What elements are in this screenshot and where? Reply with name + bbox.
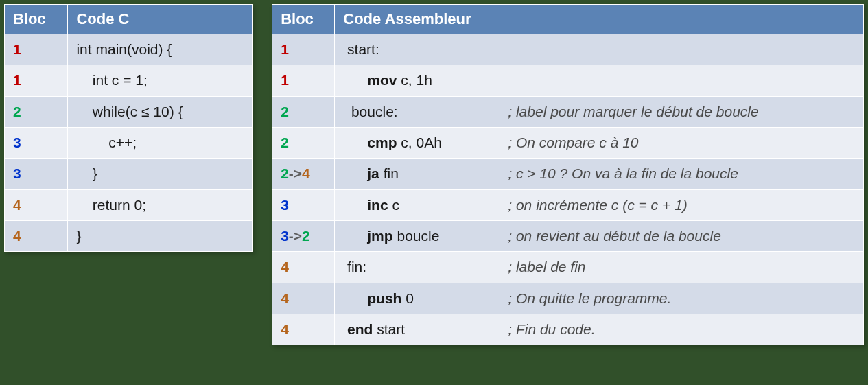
code-cell: fin:; label de fin: [335, 252, 864, 283]
bloc-seg: 3: [281, 228, 289, 244]
table-row: 1 mov c, 1h: [272, 65, 864, 96]
code-text: c: [388, 197, 399, 213]
table-row: 3->2 jmp boucle; on revient au début de …: [272, 221, 864, 252]
code-cell: end start; Fin du code.: [335, 314, 864, 345]
code-cell: while(c ≤ 10) {: [68, 96, 253, 127]
code-text: int c = 1;: [93, 72, 148, 88]
code-cell: mov c, 1h: [335, 65, 864, 96]
code-text: int main(void) {: [76, 41, 172, 57]
code-cell: inc c; on incrémente c (c = c + 1): [335, 189, 864, 220]
asm-line: start:: [343, 40, 855, 59]
bloc-seg: 4: [13, 197, 21, 213]
code-cell: ja fin; c > 10 ? On va à la fin de la bo…: [335, 159, 864, 189]
table-row: 2->4 ja fin; c > 10 ? On va à la fin de …: [272, 159, 864, 189]
table-row: 1int main(void) {: [5, 34, 253, 65]
asm-comment: ; on revient au début de la boucle: [508, 226, 855, 246]
bloc-seg: 2: [281, 165, 289, 181]
bloc-seg: 4: [281, 259, 289, 275]
bloc-cell: 4: [272, 283, 335, 314]
asm-comment: [508, 40, 855, 59]
bloc-seg: 3: [281, 197, 289, 213]
code-cell: int main(void) {: [68, 34, 253, 65]
code-text: while(c ≤ 10) {: [93, 104, 183, 119]
bloc-seg: ->: [289, 228, 302, 244]
code-text: boucle: [393, 228, 440, 244]
bloc-seg: 4: [302, 165, 310, 181]
bloc-seg: 4: [13, 228, 21, 244]
asm-line: mov c, 1h: [343, 71, 855, 90]
asm-instr: boucle:: [343, 102, 508, 121]
bloc-cell: 1: [5, 34, 68, 65]
table-row: 4 return 0;: [5, 189, 253, 220]
table-row: 2 while(c ≤ 10) {: [5, 96, 253, 127]
bloc-cell: 3: [5, 128, 68, 159]
code-cell: }: [68, 221, 253, 252]
code-text: c, 0Ah: [397, 135, 441, 150]
bloc-seg: ->: [289, 165, 302, 181]
code-cell: int c = 1;: [68, 65, 253, 96]
asm-keyword: ja: [367, 165, 379, 181]
code-cell: return 0;: [68, 189, 253, 220]
asm-comment: ; label pour marquer le début de boucle: [508, 102, 855, 121]
code-text: start:: [347, 41, 379, 57]
asm-keyword: push: [367, 290, 401, 306]
bloc-seg: 2: [281, 104, 289, 119]
table-row: 4 end start; Fin du code.: [272, 314, 864, 345]
code-text: }: [93, 165, 97, 181]
bloc-cell: 4: [272, 252, 335, 283]
asm-instr: push 0: [343, 289, 508, 308]
bloc-seg: 1: [281, 72, 289, 88]
bloc-seg: 3: [13, 135, 21, 150]
bloc-cell: 1: [5, 65, 68, 96]
bloc-seg: 2: [302, 228, 310, 244]
bloc-seg: 2: [13, 104, 21, 119]
table-row: 1 int c = 1;: [5, 65, 253, 96]
asm-line: jmp boucle; on revient au début de la bo…: [343, 226, 855, 246]
code-cell: c++;: [68, 128, 253, 159]
table-row: 3 inc c; on incrémente c (c = c + 1): [272, 189, 864, 220]
bloc-cell: 3: [5, 159, 68, 189]
table-c-header-code: Code C: [68, 5, 253, 34]
code-cell: start:: [335, 34, 864, 65]
table-row: 1 start:: [272, 34, 864, 65]
bloc-seg: 4: [281, 290, 289, 306]
bloc-cell: 2->4: [272, 159, 335, 189]
code-cell: cmp c, 0Ah; On compare c à 10: [335, 128, 864, 159]
table-c-header-bloc: Bloc: [5, 5, 68, 34]
bloc-cell: 2: [272, 96, 335, 127]
asm-instr: jmp boucle: [343, 226, 508, 246]
bloc-seg: 2: [281, 135, 289, 150]
asm-comment: ; label de fin: [508, 257, 855, 277]
code-text: boucle:: [351, 104, 398, 119]
bloc-cell: 1: [272, 34, 335, 65]
bloc-cell: 2: [272, 128, 335, 159]
asm-instr: mov c, 1h: [343, 71, 508, 90]
code-cell: }: [68, 159, 253, 189]
table-asm: Bloc Code Assembleur 1 start:1 mov c, 1h…: [272, 4, 864, 345]
code-cell: boucle:; label pour marquer le début de …: [335, 96, 864, 127]
bloc-cell: 3->2: [272, 221, 335, 252]
asm-keyword: inc: [367, 197, 388, 213]
asm-comment: [508, 71, 855, 90]
bloc-cell: 1: [272, 65, 335, 96]
bloc-cell: 3: [272, 189, 335, 220]
asm-line: cmp c, 0Ah; On compare c à 10: [343, 133, 855, 152]
bloc-seg: 1: [13, 72, 21, 88]
code-text: fin: [379, 165, 399, 181]
bloc-seg: 3: [13, 165, 21, 181]
asm-keyword: mov: [367, 72, 397, 88]
asm-instr: cmp c, 0Ah: [343, 133, 508, 152]
table-asm-body: 1 start:1 mov c, 1h2 boucle:; label pour…: [272, 34, 864, 345]
asm-keyword: jmp: [367, 228, 392, 244]
table-row: 2 boucle:; label pour marquer le début d…: [272, 96, 864, 127]
table-row: 3 }: [5, 159, 253, 189]
bloc-seg: 1: [281, 41, 289, 57]
asm-comment: ; On quitte le programme.: [508, 289, 855, 308]
table-c-body: 1int main(void) {1 int c = 1;2 while(c ≤…: [5, 34, 253, 252]
page-root: Bloc Code C 1int main(void) {1 int c = 1…: [0, 0, 868, 345]
asm-line: end start; Fin du code.: [343, 320, 855, 339]
asm-keyword: cmp: [367, 135, 397, 150]
bloc-cell: 4: [5, 221, 68, 252]
code-cell: jmp boucle; on revient au début de la bo…: [335, 221, 864, 252]
table-row: 2 cmp c, 0Ah; On compare c à 10: [272, 128, 864, 159]
